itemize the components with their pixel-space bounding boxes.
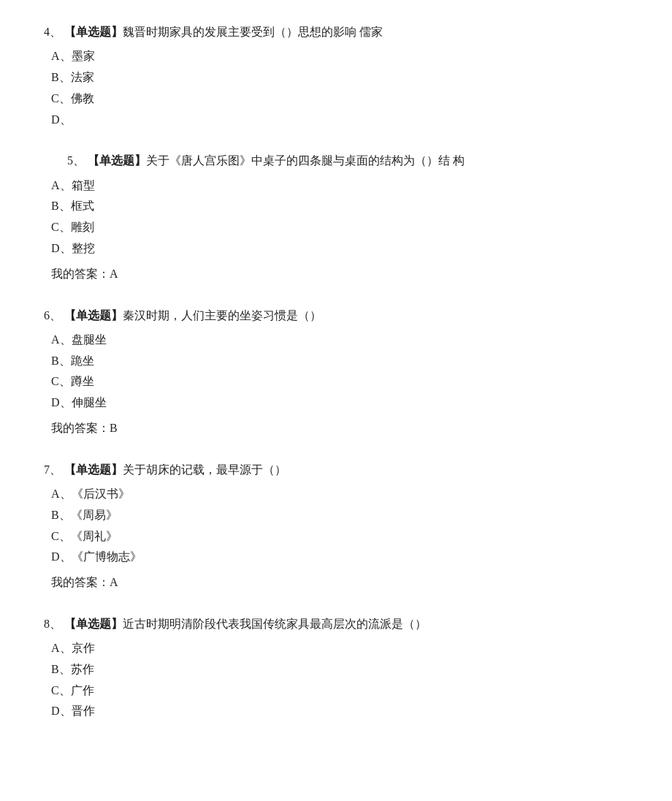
question-8-title: 8、 【单选题】近古时期明清阶段代表我国传统家具最高层次的流派是（）	[44, 614, 628, 634]
option-d-text: 晋作	[72, 705, 95, 717]
option-a-text: 盘腿坐	[72, 333, 107, 346]
option-d-text: 整挖	[72, 242, 95, 254]
question-8: 8、 【单选题】近古时期明清阶段代表我国传统家具最高层次的流派是（） A、京作 …	[44, 614, 628, 722]
question-8-tag: 【单选题】	[64, 618, 123, 630]
question-6-tag: 【单选题】	[64, 309, 123, 322]
question-5-my-answer: 我的答案：A	[51, 264, 628, 285]
option-b-text: 法家	[71, 71, 94, 83]
question-6: 6、 【单选题】秦汉时期，人们主要的坐姿习惯是（） A、盘腿坐 B、跪坐 C、蹲…	[44, 305, 628, 439]
option-d-label: D、	[51, 396, 72, 409]
question-4-tag: 【单选题】	[64, 26, 123, 38]
option-b-text: 《周易》	[71, 509, 118, 521]
option-c-text: 佛教	[71, 92, 94, 105]
question-8-option-c: C、广作	[51, 680, 628, 702]
question-6-title: 6、 【单选题】秦汉时期，人们主要的坐姿习惯是（）	[44, 305, 628, 325]
question-6-number: 6、	[44, 309, 61, 322]
question-7-option-b: B、《周易》	[51, 505, 628, 526]
option-c-label: C、	[51, 92, 71, 105]
question-7-tag: 【单选题】	[64, 463, 123, 476]
question-6-option-d: D、伸腿坐	[51, 392, 628, 414]
question-5-number: 5、	[67, 154, 85, 167]
question-4-option-c: C、佛教	[51, 88, 628, 110]
question-6-option-b: B、跪坐	[51, 351, 628, 372]
option-b-label: B、	[51, 663, 71, 675]
option-c-text: 广作	[71, 684, 94, 696]
my-answer-value: A	[110, 576, 118, 588]
question-7-option-a: A、《后汉书》	[51, 484, 628, 505]
question-4-option-d: D、	[51, 110, 628, 131]
question-7-my-answer: 我的答案：A	[51, 572, 628, 593]
option-c-label: C、	[51, 221, 71, 233]
option-d-label: D、	[51, 113, 72, 126]
question-5: 5、 【单选题】关于《唐人宫乐图》中桌子的四条腿与桌面的结构为（）结 构 A、箱…	[44, 151, 628, 284]
question-5-option-b: B、框式	[51, 196, 628, 217]
option-c-label: C、	[51, 530, 71, 542]
question-4-title: 4、 【单选题】魏晋时期家具的发展主要受到（）思想的影响 儒家	[44, 22, 628, 42]
option-a-text: 《后汉书》	[72, 487, 130, 500]
question-8-option-d: D、晋作	[51, 701, 628, 722]
option-b-label: B、	[51, 71, 71, 83]
option-b-label: B、	[51, 509, 71, 521]
question-7-option-c: C、《周礼》	[51, 526, 628, 547]
question-4-text: 魏晋时期家具的发展主要受到（）思想的影响 儒家	[123, 26, 383, 38]
my-answer-value: A	[110, 267, 118, 280]
question-5-title: 5、 【单选题】关于《唐人宫乐图》中桌子的四条腿与桌面的结构为（）结 构	[44, 151, 628, 170]
question-5-tag: 【单选题】	[88, 154, 146, 167]
option-d-label: D、	[51, 705, 72, 717]
option-c-text: 雕刻	[71, 221, 94, 233]
option-a-text: 箱型	[72, 179, 95, 191]
my-answer-prefix: 我的答案：	[51, 267, 110, 280]
question-7-option-d: D、《广博物志》	[51, 547, 628, 568]
question-7-title: 7、 【单选题】关于胡床的记载，最早源于（）	[44, 460, 628, 479]
question-8-option-b: B、苏作	[51, 659, 628, 680]
option-d-label: D、	[51, 550, 72, 563]
option-b-text: 苏作	[71, 663, 94, 675]
question-4: 4、 【单选题】魏晋时期家具的发展主要受到（）思想的影响 儒家 A、墨家 B、法…	[44, 22, 628, 130]
option-c-text: 蹲坐	[71, 375, 94, 387]
my-answer-value: B	[110, 422, 118, 434]
option-d-label: D、	[51, 242, 72, 254]
option-b-label: B、	[51, 200, 71, 212]
question-4-option-b: B、法家	[51, 67, 628, 88]
question-7-text: 关于胡床的记载，最早源于（）	[123, 463, 286, 476]
question-6-option-c: C、蹲坐	[51, 371, 628, 392]
question-7-number: 7、	[44, 463, 61, 476]
question-6-my-answer: 我的答案：B	[51, 418, 628, 439]
option-a-label: A、	[51, 642, 72, 654]
option-a-label: A、	[51, 179, 72, 191]
question-6-option-a: A、盘腿坐	[51, 330, 628, 351]
option-a-text: 京作	[72, 642, 95, 654]
option-b-text: 跪坐	[71, 354, 94, 367]
my-answer-prefix: 我的答案：	[51, 576, 110, 588]
option-b-text: 框式	[71, 200, 94, 212]
question-8-number: 8、	[44, 618, 61, 630]
option-a-label: A、	[51, 333, 72, 346]
option-a-label: A、	[51, 487, 72, 500]
question-5-option-c: C、雕刻	[51, 217, 628, 238]
question-5-option-a: A、箱型	[51, 175, 628, 197]
question-6-text: 秦汉时期，人们主要的坐姿习惯是（）	[123, 309, 321, 322]
option-d-text: 《广博物志》	[72, 550, 142, 563]
question-4-option-a: A、墨家	[51, 46, 628, 67]
option-b-label: B、	[51, 354, 71, 367]
my-answer-prefix: 我的答案：	[51, 422, 110, 434]
option-a-text: 墨家	[72, 50, 95, 62]
question-7: 7、 【单选题】关于胡床的记载，最早源于（） A、《后汉书》 B、《周易》 C、…	[44, 460, 628, 593]
question-4-number: 4、	[44, 26, 61, 38]
option-a-label: A、	[51, 50, 72, 62]
question-5-text: 关于《唐人宫乐图》中桌子的四条腿与桌面的结构为（）结 构	[146, 154, 465, 167]
question-8-text: 近古时期明清阶段代表我国传统家具最高层次的流派是（）	[123, 618, 427, 630]
option-c-label: C、	[51, 375, 71, 387]
question-5-option-d: D、整挖	[51, 238, 628, 259]
question-8-option-a: A、京作	[51, 638, 628, 659]
option-c-text: 《周礼》	[71, 530, 118, 542]
option-d-text: 伸腿坐	[72, 396, 107, 409]
option-c-label: C、	[51, 684, 71, 696]
